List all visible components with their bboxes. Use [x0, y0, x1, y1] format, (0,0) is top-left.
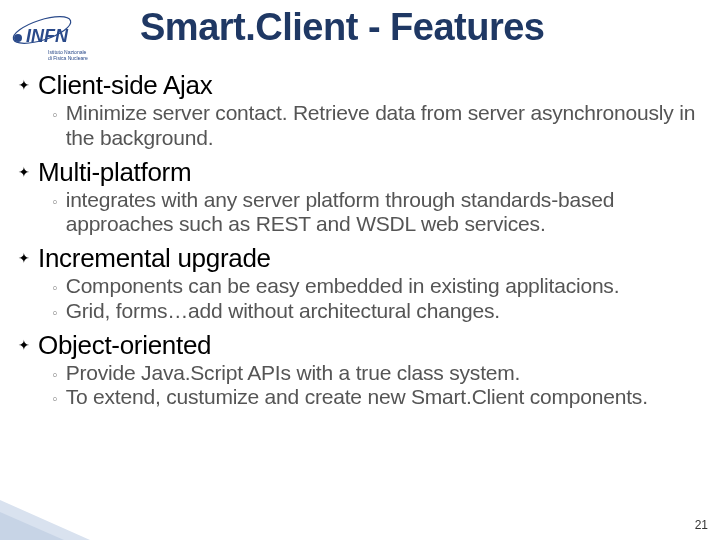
sub-text: integrates with any server platform thro…	[66, 188, 710, 238]
list-item: ✦ Client-side Ajax ◦ Minimize server con…	[18, 70, 710, 151]
subbullet-icon: ◦	[52, 303, 58, 323]
sub-text: Components can be easy embedded in exist…	[66, 274, 620, 299]
item-heading: Object-oriented	[38, 330, 211, 361]
sub-item: ◦ Provide Java.Script APIs with a true c…	[52, 361, 710, 386]
svg-text:di Fisica Nucleare: di Fisica Nucleare	[48, 55, 88, 61]
bullet-icon: ✦	[18, 338, 30, 352]
sub-item: ◦ To extend, custumize and create new Sm…	[52, 385, 710, 410]
subbullet-icon: ◦	[52, 192, 58, 212]
list-item: ✦ Multi-platform ◦ integrates with any s…	[18, 157, 710, 238]
sub-item: ◦ Minimize server contact. Retrieve data…	[52, 101, 710, 151]
subbullet-icon: ◦	[52, 278, 58, 298]
bullet-icon: ✦	[18, 78, 30, 92]
item-heading: Multi-platform	[38, 157, 191, 188]
sub-text: Minimize server contact. Retrieve data f…	[66, 101, 710, 151]
subbullet-icon: ◦	[52, 105, 58, 125]
item-heading: Incremental upgrade	[38, 243, 271, 274]
slide-title: Smart.Client - Features	[140, 6, 700, 49]
logo-text: INFN	[26, 26, 69, 46]
svg-point-1	[14, 34, 22, 42]
list-item: ✦ Incremental upgrade ◦ Components can b…	[18, 243, 710, 324]
sub-item: ◦ integrates with any server platform th…	[52, 188, 710, 238]
sub-text: Provide Java.Script APIs with a true cla…	[66, 361, 521, 386]
subbullet-icon: ◦	[52, 389, 58, 409]
bullet-icon: ✦	[18, 251, 30, 265]
subbullet-icon: ◦	[52, 365, 58, 385]
sub-item: ◦ Grid, forms…add without architectural …	[52, 299, 710, 324]
list-item: ✦ Object-oriented ◦ Provide Java.Script …	[18, 330, 710, 411]
item-heading: Client-side Ajax	[38, 70, 212, 101]
bullet-icon: ✦	[18, 165, 30, 179]
page-number: 21	[695, 518, 708, 532]
sub-text: Grid, forms…add without architectural ch…	[66, 299, 500, 324]
sub-text: To extend, custumize and create new Smar…	[66, 385, 648, 410]
sub-item: ◦ Components can be easy embedded in exi…	[52, 274, 710, 299]
infn-logo: INFN Istituto Nazionale di Fisica Nuclea…	[8, 8, 108, 64]
corner-accent	[0, 490, 140, 540]
content-body: ✦ Client-side Ajax ◦ Minimize server con…	[18, 70, 710, 416]
